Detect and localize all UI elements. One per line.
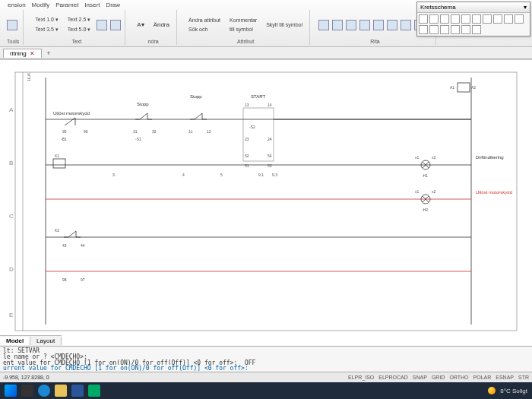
term: 9.3 [272, 173, 277, 177]
circuit-tool-icon[interactable] [440, 14, 449, 24]
edge-icon[interactable] [38, 385, 50, 397]
status-toggle[interactable]: SNAP [413, 375, 427, 380]
term: 24 [268, 137, 272, 141]
weather-text: 8°C Soligt [500, 388, 527, 394]
circuit-tool-icon[interactable] [419, 14, 428, 24]
label-drift: Driftindikering [476, 155, 504, 160]
circuit-tool-icon[interactable] [472, 25, 481, 34]
text-size-button[interactable]: Text 1.0 ▾ [32, 15, 61, 24]
ribbon-tab[interactable]: Draw [106, 2, 120, 8]
label-utlost: Utlöst motorskydd [476, 190, 512, 195]
draw-icon[interactable] [387, 20, 397, 30]
file-explorer-icon[interactable] [55, 385, 67, 397]
app-icon[interactable] [88, 385, 100, 397]
circuit-tool-icon[interactable] [440, 25, 449, 34]
term: 97 [81, 277, 85, 282]
circuit-tool-icon[interactable] [461, 14, 470, 24]
weather-icon [488, 387, 496, 394]
group-label: Text [32, 39, 121, 44]
row-letter: B [9, 160, 13, 166]
text-size-button[interactable]: Text 5.0 ▾ [65, 25, 93, 34]
circuit-tool-icon[interactable] [429, 14, 439, 24]
text-tool-icon[interactable] [110, 20, 121, 30]
term: x1 [415, 155, 420, 160]
circuit-tool-icon[interactable] [429, 25, 439, 34]
cmd-history: ent value for CMDECHO [1 for on(ON)/0 fo… [3, 359, 529, 366]
attrib-button[interactable]: Skylt till symbol [263, 21, 306, 29]
group-label: Attribut [185, 39, 306, 44]
attrib-button[interactable]: Sök och [185, 25, 223, 33]
group-modify: A▾ Ändra ndra [130, 10, 177, 45]
chevron-down-icon[interactable]: ▾ [524, 4, 527, 11]
draw-icon[interactable] [373, 20, 384, 30]
tool-icon[interactable] [7, 20, 17, 30]
cmd-history: le name or ? <CMDECHO>: [3, 353, 529, 359]
comp-k2: K2 [55, 228, 59, 233]
circuit-tool-icon[interactable] [451, 14, 460, 24]
draw-icon[interactable] [318, 20, 329, 30]
floating-kretsschema-toolbar[interactable]: Kretsschema ▾ [416, 2, 530, 36]
term: 98 [62, 277, 67, 282]
row-letter: C [9, 213, 14, 220]
circuit-tool-icon[interactable] [483, 14, 492, 24]
new-tab-button[interactable]: + [43, 49, 54, 57]
circuit-tool-icon[interactable] [493, 14, 502, 24]
circuit-tool-icon[interactable] [419, 25, 428, 34]
document-tab[interactable]: ritning ✕ [3, 49, 42, 58]
circuit-tool-icon[interactable] [504, 14, 513, 24]
status-toggle[interactable]: ELPROCAD [378, 375, 408, 380]
drawing-canvas[interactable]: A B C D E 1/L/K Utlöst motorskydd 95 96 … [0, 59, 532, 346]
search-icon[interactable] [21, 385, 33, 397]
status-toggle[interactable]: POLAR [473, 375, 492, 380]
circuit-tool-icon[interactable] [515, 14, 524, 24]
status-toggle[interactable]: ESNAP [496, 375, 514, 380]
term: 51 [245, 163, 249, 168]
circuit-tool-icon[interactable] [472, 14, 481, 24]
command-line[interactable]: lt: SETVAR le name or ? <CMDECHO>: ent v… [0, 346, 532, 372]
draw-icon[interactable] [346, 20, 356, 30]
status-toggle[interactable]: STR [518, 375, 529, 380]
status-toggles: ELPR_ISO ELPROCAD SNAP GRID ORTHO POLAR … [348, 375, 529, 380]
term: 23 [245, 137, 249, 141]
floating-title[interactable]: Kretsschema ▾ [417, 2, 530, 13]
svg-rect-7 [458, 83, 470, 92]
system-tray[interactable]: 8°C Soligt [488, 387, 527, 394]
comp-h2: -H2 [422, 207, 428, 212]
row-letter: A [9, 106, 14, 113]
term: 14 [268, 103, 272, 107]
model-tab[interactable]: Model [0, 337, 30, 345]
draw-icon[interactable] [332, 20, 343, 30]
status-toggle[interactable]: ORTHO [449, 375, 468, 380]
term: 31 [133, 129, 138, 134]
term: 54 [268, 154, 272, 158]
status-toggle[interactable]: ELPR_ISO [348, 375, 374, 380]
text-size-button[interactable]: Text 2.5 ▾ [65, 15, 93, 24]
text-tool-icon[interactable] [97, 20, 107, 30]
text-size-button[interactable]: Text 3.5 ▾ [32, 25, 61, 34]
comp-s1: -S1 [135, 137, 141, 141]
draw-icon[interactable] [359, 20, 370, 30]
label-motor: Utlöst motorskydd [53, 111, 90, 116]
group-tools: Tools [3, 10, 24, 45]
modify-button[interactable]: Ändra [150, 20, 173, 30]
cmd-prompt[interactable]: urrent value for CMDECHO [1 for on(ON)/0… [3, 365, 249, 371]
modify-button[interactable]: A▾ [134, 20, 147, 30]
close-icon[interactable]: ✕ [30, 50, 35, 57]
ribbon-tab[interactable]: Modify [32, 2, 50, 8]
term: 13 [245, 103, 249, 107]
start-button[interactable] [5, 385, 17, 397]
ribbon-tab[interactable]: Paramet [55, 2, 78, 8]
group-label: Tools [7, 39, 19, 44]
layout-tab[interactable]: Layout [30, 337, 62, 345]
comp-b1: -B1 [61, 137, 67, 141]
ribbon-tab[interactable]: ension [8, 2, 26, 8]
status-toggle[interactable]: GRID [432, 375, 445, 380]
ribbon-tab[interactable]: Insert [84, 2, 100, 8]
attrib-button[interactable]: Ändra attribut [185, 16, 223, 24]
circuit-tool-icon[interactable] [451, 25, 460, 34]
attrib-button[interactable]: till symbol [226, 25, 260, 33]
attrib-button[interactable]: Kommentar [226, 16, 260, 24]
circuit-tool-icon[interactable] [461, 25, 470, 34]
draw-icon[interactable] [401, 20, 411, 30]
word-icon[interactable] [71, 385, 84, 397]
